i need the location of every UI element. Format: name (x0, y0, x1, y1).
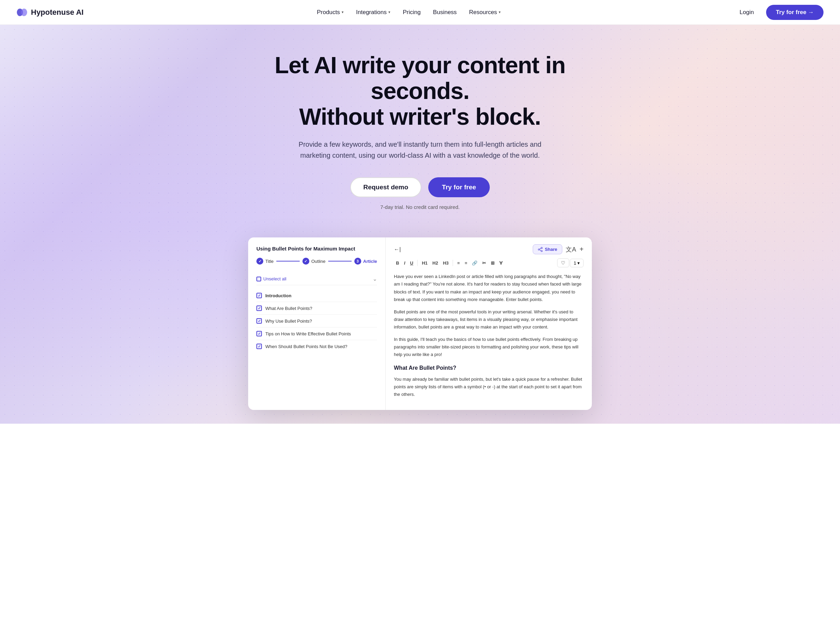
svg-point-2 (541, 247, 542, 249)
item-checkbox[interactable]: ✓ (256, 331, 262, 336)
add-button[interactable]: + (579, 245, 584, 253)
step-article-num: 3 (354, 258, 361, 265)
svg-line-6 (540, 250, 541, 251)
step-article: 3 Article (354, 258, 377, 265)
step-line-1 (276, 261, 300, 262)
bold-button[interactable]: B (394, 259, 401, 267)
trial-note: 7-day trial. No credit card required. (265, 204, 575, 210)
nav-links: Products ▾ Integrations ▾ Pricing Busine… (317, 9, 501, 16)
hero-buttons: Request demo Try for free (265, 177, 575, 197)
right-toolbar-top: ←| Share 文A + (394, 244, 584, 254)
symbol-button[interactable]: ∀ (497, 259, 505, 267)
app-preview-inner: Using Bullet Points for Maximum Impact ✓… (248, 238, 592, 410)
nav-resources[interactable]: Resources ▾ (469, 9, 501, 16)
outline-items: ✓ Introduction ✓ What Are Bullet Points?… (256, 289, 377, 353)
steps-bar: ✓ Title ✓ Outline 3 Article (256, 258, 377, 265)
version-button[interactable]: 1 ▾ (570, 259, 584, 267)
chevron-down-icon: ▾ (499, 10, 501, 14)
article-paragraph-1: Have you ever seen a LinkedIn post or ar… (394, 273, 584, 303)
nav-try-free-button[interactable]: Try for free → (766, 5, 824, 20)
chevron-down-icon: ▾ (342, 10, 344, 14)
expand-icon[interactable]: ⌄ (373, 276, 377, 282)
outline-item-tips: ✓ Tips on How to Write Effective Bullet … (256, 328, 377, 340)
hero-section: Let AI write your content in seconds. Wi… (0, 25, 840, 424)
right-toolbar-actions: Share 文A + (533, 244, 584, 254)
format-separator (453, 260, 453, 266)
app-preview: Using Bullet Points for Maximum Impact ✓… (248, 238, 592, 410)
article-section-title: What Are Bullet Points? (394, 363, 584, 372)
item-checkbox[interactable]: ✓ (256, 318, 262, 324)
translate-button[interactable]: 文A (566, 245, 576, 254)
item-checkbox[interactable]: ✓ (256, 306, 262, 311)
scissors-button[interactable]: ✂ (480, 259, 488, 267)
share-icon (538, 247, 543, 252)
svg-line-5 (540, 248, 541, 249)
step-outline: ✓ Outline (302, 258, 325, 265)
list-button[interactable]: ≡ (455, 259, 462, 267)
nav-business[interactable]: Business (433, 9, 457, 16)
navbar: Hypotenuse AI Products ▾ Integrations ▾ … (0, 0, 840, 25)
h3-button[interactable]: H3 (441, 259, 451, 267)
link-button[interactable]: 🔗 (470, 259, 480, 267)
hero-content: Let AI write your content in seconds. Wi… (265, 52, 575, 230)
right-panel: ←| Share 文A + B I U (385, 238, 592, 410)
outline-item-what: ✓ What Are Bullet Points? (256, 302, 377, 315)
underline-button[interactable]: U (408, 259, 415, 267)
outline-item-why: ✓ Why Use Bullet Points? (256, 315, 377, 328)
nav-integrations[interactable]: Integrations ▾ (356, 9, 390, 16)
logo[interactable]: Hypotenuse AI (16, 8, 84, 17)
h1-button[interactable]: H1 (420, 259, 429, 267)
step-title-check: ✓ (256, 258, 263, 265)
unselect-checkbox[interactable] (256, 277, 261, 281)
article-paragraph-3: In this guide, I'll teach you the basics… (394, 336, 584, 358)
format-separator (417, 260, 418, 266)
logo-icon (16, 8, 27, 17)
back-arrow-icon[interactable]: ←| (394, 246, 401, 252)
chevron-down-icon: ▾ (388, 10, 390, 14)
request-demo-button[interactable]: Request demo (350, 177, 422, 197)
unselect-row: Unselect all ⌄ (256, 273, 377, 285)
step-title: ✓ Title (256, 258, 273, 265)
step-line-2 (328, 261, 352, 262)
article-content: Have you ever seen a LinkedIn post or ar… (394, 273, 584, 398)
article-paragraph-2: Bullet points are one of the most powerf… (394, 308, 584, 331)
hero-title: Let AI write your content in seconds. Wi… (265, 52, 575, 129)
hero-try-free-button[interactable]: Try for free (428, 177, 490, 197)
italic-button[interactable]: I (402, 259, 407, 267)
outline-item-introduction: ✓ Introduction (256, 289, 377, 302)
left-panel: Using Bullet Points for Maximum Impact ✓… (248, 238, 385, 410)
format-bar: B I U H1 H2 H3 ≡ ≡ 🔗 ✂ ⊞ ∀ ♡ 1 ▾ (394, 258, 584, 267)
nav-actions: Login Try for free → (734, 5, 824, 20)
ordered-list-button[interactable]: ≡ (463, 259, 469, 267)
document-title: Using Bullet Points for Maximum Impact (256, 246, 377, 252)
login-button[interactable]: Login (734, 6, 759, 19)
outline-item-when: ✓ When Should Bullet Points Not Be Used? (256, 340, 377, 353)
nav-pricing[interactable]: Pricing (403, 9, 421, 16)
table-button[interactable]: ⊞ (489, 259, 497, 267)
share-button[interactable]: Share (533, 244, 562, 254)
favorite-button[interactable]: ♡ (557, 258, 569, 267)
article-section-body: You may already be familiar with bullet … (394, 375, 584, 398)
item-checkbox[interactable]: ✓ (256, 343, 262, 349)
svg-point-1 (21, 9, 27, 16)
step-outline-check: ✓ (302, 258, 309, 265)
h2-button[interactable]: H2 (430, 259, 440, 267)
brand-name: Hypotenuse AI (31, 8, 84, 17)
nav-products[interactable]: Products ▾ (317, 9, 344, 16)
item-checkbox[interactable]: ✓ (256, 293, 262, 298)
hero-subtitle: Provide a few keywords, and we'll instan… (286, 139, 554, 161)
svg-point-4 (538, 249, 540, 250)
unselect-all-label[interactable]: Unselect all (256, 276, 286, 281)
svg-point-3 (541, 250, 542, 252)
